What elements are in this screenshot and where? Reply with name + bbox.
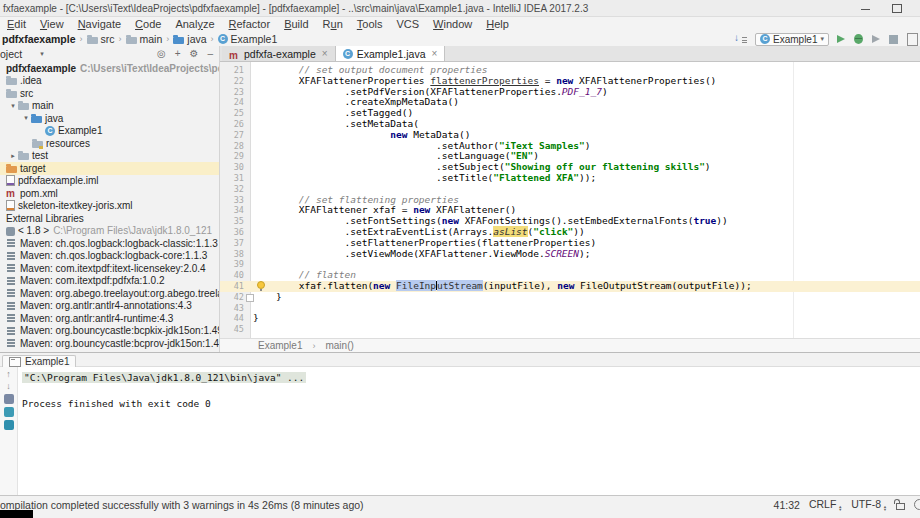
crumb-java[interactable]: java	[173, 33, 206, 45]
line-number[interactable]: 25	[220, 108, 250, 119]
tree-item-maven-com-itextpdf-pdfxfa-1-0-2[interactable]: Maven: com.itextpdf:pdfxfa:1.0.2	[0, 275, 219, 288]
fold-marker-icon[interactable]	[246, 294, 254, 302]
run-icon[interactable]	[837, 35, 845, 43]
navigate-arrows-icon[interactable]	[734, 34, 747, 45]
minimize-button-icon[interactable]	[861, 9, 870, 10]
line-number[interactable]: 44	[220, 313, 250, 324]
tab-example1-java[interactable]: Example1.java×	[336, 46, 446, 61]
tree-item-idea[interactable]: .idea	[0, 75, 219, 88]
editor-crumb-main[interactable]: main()	[325, 340, 353, 351]
menu-navigate[interactable]: Navigate	[71, 17, 128, 32]
caret-position[interactable]: 41:32	[774, 499, 800, 511]
clear-all-icon[interactable]	[4, 420, 14, 430]
locate-icon[interactable]: ◎	[157, 48, 166, 59]
menu-refactor[interactable]: Refactor	[222, 17, 278, 32]
console-output[interactable]: "C:\Program Files\Java\jdk1.8.0_121\bin\…	[19, 367, 920, 495]
debug-icon[interactable]	[854, 34, 863, 44]
collapse-all-icon[interactable]: +	[175, 48, 181, 59]
inspections-icon[interactable]	[914, 499, 920, 510]
crumb-src[interactable]: src	[87, 33, 115, 45]
scroll-to-end-icon[interactable]	[4, 407, 14, 417]
crumb-main[interactable]: main	[126, 33, 163, 45]
code-area[interactable]: 21 // set output document properties22 X…	[220, 62, 920, 338]
menu-window[interactable]: Window	[426, 17, 479, 32]
tree-item-maven-org-bouncycastle-bcpkix-jdk15on-1-49[interactable]: Maven: org.bouncycastle:bcpkix-jdk15on:1…	[0, 325, 219, 338]
code-line-43[interactable]: 43	[220, 303, 920, 314]
tree-item-target[interactable]: target	[0, 162, 219, 175]
run-coverage-icon[interactable]	[872, 35, 880, 43]
tree-item-main[interactable]: ▾main	[0, 100, 219, 113]
tree-item-test[interactable]: ▸test	[0, 150, 219, 163]
line-number[interactable]: 33	[220, 195, 250, 206]
menu-view[interactable]: View	[33, 17, 71, 32]
tree-item-src[interactable]: src	[0, 87, 219, 100]
menu-edit[interactable]: Edit	[0, 17, 33, 32]
line-number[interactable]: 27	[220, 130, 250, 141]
line-number[interactable]: 41	[220, 281, 250, 292]
line-number[interactable]: 29	[220, 151, 250, 162]
line-separator-widget[interactable]: CRLF▲▼	[809, 498, 842, 512]
tree-item-example1[interactable]: Example1	[0, 125, 219, 138]
menu-tools[interactable]: Tools	[350, 17, 390, 32]
line-number[interactable]: 45	[220, 324, 250, 335]
prev-occurrence-icon[interactable]: ↑	[6, 370, 11, 379]
code-line-45[interactable]: 45	[220, 324, 920, 335]
line-number[interactable]: 31	[220, 173, 250, 184]
line-number[interactable]: 36	[220, 227, 250, 238]
tree-item-external-libraries[interactable]: External Libraries	[0, 212, 219, 225]
maximize-button-icon[interactable]	[892, 4, 902, 13]
tree-item-maven-org-antlr-antlr4-runtime-4-3[interactable]: Maven: org.antlr:antlr4-runtime:4.3	[0, 312, 219, 325]
tree-item-maven-org-abego-treelayout-org-abego-treelayout-core-1-0-1[interactable]: Maven: org.abego.treelayout:org.abego.tr…	[0, 287, 219, 300]
line-number[interactable]: 40	[220, 270, 250, 281]
close-icon[interactable]: ×	[432, 48, 438, 59]
menu-code[interactable]: Code	[128, 17, 168, 32]
line-number[interactable]: 43	[220, 303, 250, 314]
line-number[interactable]: 26	[220, 119, 250, 130]
tree-item-1-8[interactable]: < 1.8 >C:\Program Files\Java\jdk1.8.0_12…	[0, 225, 219, 238]
menu-help[interactable]: Help	[479, 17, 516, 32]
tree-item-maven-com-itextpdf-itext-licensekey-2-0-4[interactable]: Maven: com.itextpdf:itext-licensekey:2.0…	[0, 262, 219, 275]
unlock-icon[interactable]	[896, 503, 905, 510]
menu-vcs[interactable]: VCS	[389, 17, 426, 32]
tree-item-skeleton-itextkey-joris-xml[interactable]: skeleton-itextkey-joris.xml	[0, 200, 219, 213]
encoding-widget[interactable]: UTF-8▲▼	[851, 498, 887, 512]
line-number[interactable]: 24	[220, 97, 250, 108]
chevron-open-icon[interactable]: ▾	[8, 102, 18, 110]
clipboard-icon[interactable]	[907, 33, 918, 46]
project-panel-title[interactable]: oject	[0, 48, 22, 60]
line-number[interactable]: 38	[220, 249, 250, 260]
chevron-open-icon[interactable]: ▾	[21, 114, 31, 122]
next-occurrence-icon[interactable]: ↓	[6, 382, 11, 391]
close-icon[interactable]: ×	[322, 48, 328, 59]
line-number[interactable]: 30	[220, 162, 250, 173]
line-number[interactable]: 35	[220, 216, 250, 227]
line-number[interactable]: 23	[220, 87, 250, 98]
line-number[interactable]: 34	[220, 205, 250, 216]
code-line-31[interactable]: 31 .setTitle("Flattened XFA"));	[220, 173, 920, 184]
line-number[interactable]: 22	[220, 76, 250, 87]
tree-item-java[interactable]: ▾java	[0, 112, 219, 125]
line-number[interactable]: 28	[220, 141, 250, 152]
code-line-38[interactable]: 38 .setViewMode(XFAFlattener.ViewMode.SC…	[220, 249, 920, 260]
line-number[interactable]: 39	[220, 259, 250, 270]
run-configuration-select[interactable]: Example1 ▾	[755, 33, 829, 46]
softwrap-icon[interactable]	[4, 394, 14, 404]
tree-item-pom-xml[interactable]: pom.xml	[0, 187, 219, 200]
hide-panel-icon[interactable]: –	[207, 48, 213, 59]
tree-item-maven-ch-qos-logback-logback-core-1-1-3[interactable]: Maven: ch.qos.logback:logback-core:1.1.3	[0, 250, 219, 263]
run-tab-example1[interactable]: Example1	[2, 355, 76, 368]
stop-icon[interactable]	[889, 35, 898, 44]
tree-item-maven-org-bouncycastle-bcprov-jdk15on-1-49[interactable]: Maven: org.bouncycastle:bcprov-jdk15on:1…	[0, 337, 219, 350]
code-line-44[interactable]: 44}	[220, 313, 920, 324]
menu-run[interactable]: Run	[316, 17, 350, 32]
settings-icon[interactable]: ⚙	[189, 48, 198, 59]
tab-pdfxfa-example[interactable]: pdfxfa-example×	[222, 46, 336, 61]
crumb-pdfxfaexample[interactable]: pdfxfaexample	[2, 33, 76, 45]
tree-item-pdfxfaexample-iml[interactable]: pdfxfaexample.iml	[0, 175, 219, 188]
tree-item-maven-ch-qos-logback-logback-classic-1-1-3[interactable]: Maven: ch.qos.logback:logback-classic:1.…	[0, 237, 219, 250]
code-line-42[interactable]: 42 }	[220, 292, 920, 303]
code-line-41[interactable]: 41 xfaf.flatten(new FileInputStream(inpu…	[220, 281, 920, 292]
line-number[interactable]: 21	[220, 65, 250, 76]
tree-item-resources[interactable]: resources	[0, 137, 219, 150]
line-number[interactable]: 32	[220, 184, 250, 195]
